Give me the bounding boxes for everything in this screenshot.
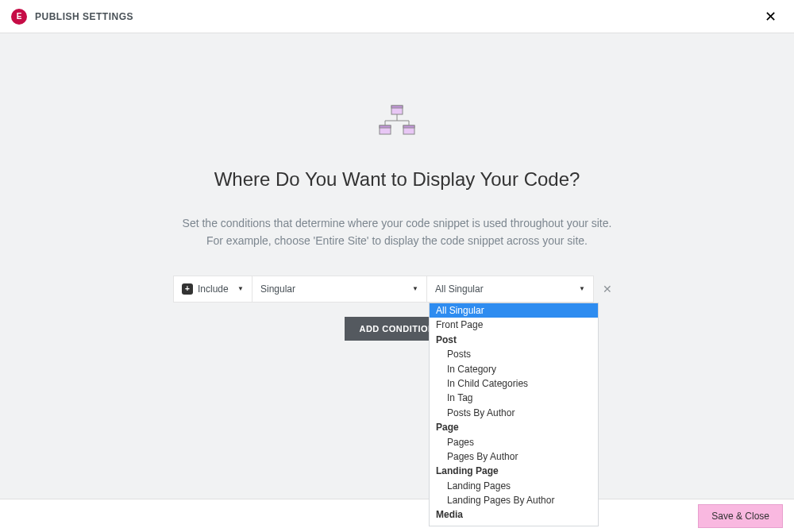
- page-subtext-2: For example, choose 'Entire Site' to dis…: [0, 232, 794, 249]
- chevron-down-icon: ▼: [412, 285, 418, 292]
- plus-icon: +: [182, 283, 193, 295]
- header-left: E PUBLISH SETTINGS: [11, 9, 133, 25]
- dropdown-option[interactable]: In Child Categories: [430, 376, 598, 391]
- body-area: Where Do You Want to Display Your Code? …: [0, 33, 794, 499]
- dropdown-option[interactable]: Front Page: [430, 318, 598, 332]
- dropdown-group: Page: [430, 420, 598, 434]
- close-icon[interactable]: ✕: [758, 5, 783, 29]
- chevron-down-icon: ▼: [237, 285, 244, 292]
- include-select[interactable]: + Include ▼: [173, 276, 252, 303]
- dropdown-option[interactable]: Posts By Author: [430, 406, 598, 420]
- condition-row: + Include ▼ Singular ▼ All Singular ▼ ✕: [0, 276, 794, 303]
- save-close-button[interactable]: Save & Close: [698, 504, 783, 528]
- footer-bar: Save & Close: [0, 499, 794, 532]
- target-select[interactable]: All Singular ▼: [427, 276, 594, 303]
- dropdown-group: Post: [430, 333, 598, 347]
- elementor-logo: E: [11, 9, 27, 25]
- svg-rect-9: [403, 125, 414, 128]
- header-title: PUBLISH SETTINGS: [35, 11, 133, 22]
- type-select[interactable]: Singular ▼: [252, 276, 427, 303]
- svg-rect-7: [380, 125, 391, 128]
- dropdown-option[interactable]: Pages By Author: [430, 449, 598, 464]
- dropdown-option[interactable]: Media: [430, 522, 598, 526]
- page-heading: Where Do You Want to Display Your Code?: [0, 168, 794, 191]
- dropdown-option[interactable]: Landing Pages By Author: [430, 493, 598, 507]
- dropdown-option[interactable]: In Category: [430, 362, 598, 376]
- svg-rect-1: [391, 106, 403, 108]
- include-select-label: Include: [198, 283, 229, 295]
- target-dropdown[interactable]: All SingularFront PagePostPostsIn Catego…: [429, 303, 599, 526]
- dropdown-option[interactable]: Landing Pages: [430, 479, 598, 493]
- remove-condition-icon[interactable]: ✕: [594, 276, 621, 303]
- conditions-illustration: [0, 105, 794, 137]
- dropdown-option[interactable]: Pages: [430, 435, 598, 449]
- dropdown-group: Media: [430, 507, 598, 522]
- dropdown-option[interactable]: Posts: [430, 347, 598, 361]
- target-select-label: All Singular: [435, 283, 484, 295]
- dropdown-group: Landing Page: [430, 464, 598, 478]
- header-bar: E PUBLISH SETTINGS ✕: [0, 0, 794, 33]
- add-condition-row: ADD CONDITION: [0, 317, 794, 341]
- page-subtext-1: Set the conditions that determine where …: [0, 214, 794, 232]
- type-select-label: Singular: [260, 283, 295, 295]
- sitemap-icon: [379, 105, 415, 137]
- dropdown-option[interactable]: In Tag: [430, 391, 598, 405]
- dropdown-option[interactable]: All Singular: [430, 303, 598, 318]
- chevron-down-icon: ▼: [579, 285, 585, 292]
